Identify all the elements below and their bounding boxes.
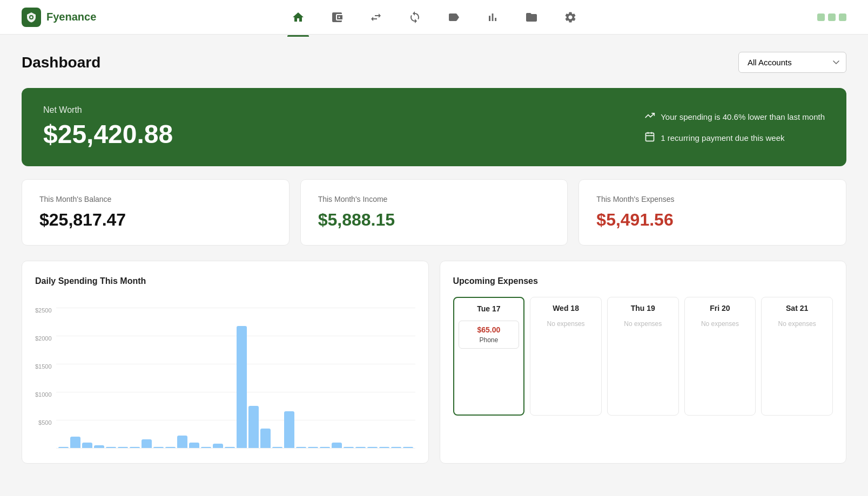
chart-bar: [391, 447, 401, 448]
upcoming-title: Upcoming Expenses: [453, 276, 833, 286]
chart-card: Daily Spending This Month $2500 $2000 $1…: [22, 261, 429, 464]
expense-item: $65.00Phone: [459, 321, 520, 349]
day-label: Fri 20: [689, 304, 751, 312]
stat-expenses-value: $5,491.56: [596, 210, 829, 230]
no-expenses-text: No expenses: [766, 320, 828, 328]
expense-day-col[interactable]: Tue 17$65.00Phone: [453, 297, 525, 416]
no-expenses-text: No expenses: [535, 320, 597, 328]
stats-grid: This Month's Balance $25,817.47 This Mon…: [22, 179, 846, 246]
chart-bar: [106, 447, 116, 448]
net-worth-card: Net Worth $25,420.88 Your spending is 40…: [22, 88, 846, 166]
chart-bar: [320, 447, 330, 448]
chart-bar: [165, 447, 176, 448]
chart-bar: [272, 447, 282, 448]
chart-bar: [142, 439, 152, 448]
chart-bar: [82, 443, 92, 448]
nav-tags[interactable]: [443, 9, 465, 26]
logo[interactable]: Fyenance: [22, 8, 96, 27]
nav-chart[interactable]: [482, 9, 503, 26]
chart-bar: [118, 447, 128, 448]
dot-1: [817, 13, 825, 21]
chart-bar: [225, 447, 235, 448]
expense-day-col[interactable]: Thu 19No expenses: [607, 297, 679, 416]
chart-bar: [94, 445, 104, 448]
expense-day-col[interactable]: Wed 18No expenses: [530, 297, 602, 416]
chart-bar: [284, 411, 294, 448]
day-label: Wed 18: [535, 304, 597, 312]
expense-name: Phone: [463, 336, 515, 344]
bars-row: [56, 308, 415, 448]
net-worth-label: Net Worth: [43, 105, 173, 115]
y-label-1500: $1500: [35, 364, 52, 370]
chart-bar: [189, 443, 199, 448]
stat-expenses: This Month's Expenses $5,491.56: [578, 179, 846, 246]
main-content: Dashboard All Accounts Checking Savings …: [0, 35, 868, 481]
chart-y-labels: $2500 $2000 $1500 $1000 $500: [35, 308, 52, 448]
net-worth-left: Net Worth $25,420.88: [43, 105, 173, 149]
insight-1-row: Your spending is 40.6% lower than last m…: [644, 110, 825, 124]
page-header: Dashboard All Accounts Checking Savings …: [22, 52, 846, 73]
chart-bar: [355, 447, 366, 448]
y-label-500: $500: [35, 420, 52, 426]
chart-bar: [260, 429, 271, 448]
chart-bars-container: [56, 308, 415, 448]
no-expenses-text: No expenses: [612, 320, 674, 328]
nav-refresh[interactable]: [404, 9, 426, 26]
trend-icon: [644, 110, 655, 124]
day-label: Tue 17: [459, 304, 520, 313]
net-worth-value: $25,420.88: [43, 119, 173, 149]
chart-area: $2500 $2000 $1500 $1000 $500: [35, 297, 415, 448]
chart-bar: [213, 444, 223, 448]
nav-wallet[interactable]: [326, 9, 348, 26]
net-worth-info: Your spending is 40.6% lower than last m…: [644, 110, 825, 145]
nav-settings[interactable]: [560, 9, 581, 26]
chart-bar: [130, 447, 140, 448]
day-label: Thu 19: [612, 304, 674, 312]
dot-3: [839, 13, 846, 21]
nav-status-dots: [817, 13, 846, 21]
chart-bar: [367, 447, 378, 448]
stat-income: This Month's Income $5,888.15: [300, 179, 568, 246]
chart-bar: [237, 326, 247, 448]
page-title: Dashboard: [22, 54, 100, 71]
chart-bar: [344, 447, 354, 448]
app-name: Fyenance: [46, 11, 96, 23]
insight-1-text: Your spending is 40.6% lower than last m…: [661, 112, 825, 121]
bottom-grid: Daily Spending This Month $2500 $2000 $1…: [22, 261, 846, 464]
svg-rect-2: [646, 133, 654, 141]
calendar-icon: [644, 131, 655, 145]
chart-bar: [153, 447, 164, 448]
nav-folder[interactable]: [521, 9, 542, 26]
chart-bar: [379, 447, 389, 448]
dot-2: [828, 13, 836, 21]
chart-bar: [201, 447, 211, 448]
y-label-1000: $1000: [35, 392, 52, 398]
header: Fyenance: [0, 0, 868, 35]
chart-bar: [70, 437, 80, 448]
insight-2-row: 1 recurring payment due this week: [644, 131, 784, 145]
no-expenses-text: No expenses: [689, 320, 751, 328]
stat-expenses-label: This Month's Expenses: [596, 195, 829, 203]
chart-bar: [308, 447, 318, 448]
expense-day-col[interactable]: Sat 21No expenses: [761, 297, 833, 416]
chart-bar: [58, 447, 69, 448]
accounts-select[interactable]: All Accounts Checking Savings Credit Car…: [738, 52, 846, 73]
chart-bar: [248, 406, 259, 448]
upcoming-card: Upcoming Expenses Tue 17$65.00PhoneWed 1…: [440, 261, 847, 464]
expense-days: Tue 17$65.00PhoneWed 18No expensesThu 19…: [453, 297, 833, 416]
stat-income-value: $5,888.15: [318, 210, 550, 230]
expense-day-col[interactable]: Fri 20No expenses: [684, 297, 756, 416]
stat-balance: This Month's Balance $25,817.47: [22, 179, 290, 246]
main-nav: [287, 9, 581, 26]
chart-bar: [177, 436, 187, 448]
chart-bar: [332, 443, 342, 448]
chart-bar: [296, 447, 306, 448]
y-label-2500: $2500: [35, 308, 52, 314]
nav-transfer[interactable]: [365, 9, 387, 26]
insight-2-text: 1 recurring payment due this week: [661, 133, 784, 142]
nav-home[interactable]: [287, 9, 309, 26]
logo-icon: [22, 8, 41, 27]
stat-income-label: This Month's Income: [318, 195, 550, 203]
svg-point-1: [30, 16, 32, 18]
chart-bar: [403, 447, 413, 448]
